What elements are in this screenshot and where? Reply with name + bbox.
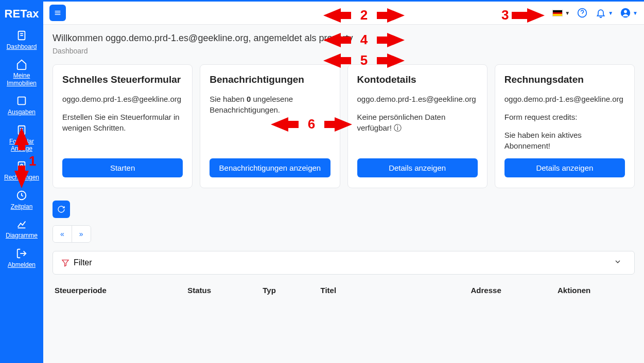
filter-icon	[61, 259, 69, 267]
nav-expenses[interactable]: Ausgaben	[0, 91, 43, 120]
user-menu[interactable]: ▼	[619, 7, 638, 19]
clock-icon	[16, 190, 27, 201]
topbar: ▼ ▼ ▼	[43, 0, 644, 25]
card-text: Sie haben 0 ungelesene Benachrichtigunge…	[210, 94, 330, 115]
col-type: Typ	[263, 286, 320, 295]
invoice-icon	[16, 160, 27, 172]
caret-down-icon: ▼	[565, 10, 570, 16]
nav-label: Rechnungen	[4, 174, 39, 181]
card-text: oggo.demo.prd-1.es@geekline.org	[504, 94, 625, 104]
filter-label: Filter	[74, 258, 92, 267]
annotation-number-1: 1	[29, 153, 36, 169]
card-title: Schnelles Steuerformular	[62, 74, 183, 85]
pager-next-button[interactable]: »	[72, 226, 91, 242]
pager-prev-button[interactable]: «	[53, 226, 72, 242]
nav-logout[interactable]: Abmelden	[0, 244, 43, 273]
filter-toggle[interactable]: Filter	[53, 251, 635, 275]
caret-down-icon: ▼	[608, 10, 613, 16]
card-title: Benachrichtigungen	[210, 74, 330, 85]
content: Willkommen oggo.demo.prd-1.es@geekline.o…	[43, 25, 644, 307]
svg-marker-20	[62, 260, 68, 266]
table-header-row: Steuerperiode Status Typ Titel Adresse A…	[53, 282, 635, 299]
refresh-icon	[57, 205, 65, 213]
welcome-text: Willkommen oggo.demo.prd-1.es@geekline.o…	[53, 33, 635, 44]
form-icon	[16, 124, 27, 136]
nav-label: Ausgaben	[8, 108, 36, 116]
chart-icon	[16, 219, 27, 230]
svg-rect-3	[18, 97, 26, 105]
show-details-button[interactable]: Details anzeigen	[357, 158, 478, 177]
card-text: Keine persönlichen Daten verfügbar! ⓘ	[357, 112, 478, 133]
svg-point-19	[624, 10, 627, 13]
main-area: ▼ ▼ ▼ Willkommen oggo.demo.prd-1.es@geek…	[43, 0, 644, 363]
help-button[interactable]	[576, 7, 588, 19]
show-notifications-button[interactable]: Benachrichtigungen anzeigen	[210, 158, 330, 177]
card-text: Erstellen Sie ein Steuerformular in weni…	[62, 112, 183, 133]
nav-schedule[interactable]: Zeitplan	[0, 186, 43, 214]
brand-logo: RETax	[5, 7, 39, 21]
logout-icon	[16, 248, 27, 259]
col-title: Titel	[321, 286, 471, 295]
chevron-down-icon	[614, 258, 622, 266]
card-text: oggo.demo.prd-1.es@geekline.org	[357, 94, 478, 104]
nav-label: Formular Anträge	[1, 138, 42, 153]
hamburger-icon	[54, 9, 62, 17]
breadcrumb: Dashboard	[53, 47, 635, 55]
card-billing-data: Rechnungsdaten oggo.demo.prd-1.es@geekli…	[495, 64, 635, 188]
col-status: Status	[187, 286, 263, 295]
card-text: Form request credits:	[504, 112, 625, 122]
card-account-details: Kontodetails oggo.demo.prd-1.es@geekline…	[347, 64, 488, 188]
card-quick-tax-form: Schnelles Steuerformular oggo.demo.prd-1…	[53, 64, 193, 188]
caret-down-icon: ▼	[633, 10, 638, 16]
dashboard-icon	[16, 30, 27, 41]
nav-label: Zeitplan	[11, 203, 33, 210]
nav-form-requests[interactable]: Formular Anträge	[0, 120, 43, 157]
sidebar: RETax Dashboard Meine Immobilien Ausgabe…	[0, 0, 43, 363]
nav-invoices[interactable]: Rechnungen	[0, 156, 43, 185]
show-billing-button[interactable]: Details anzeigen	[504, 158, 625, 177]
start-button[interactable]: Starten	[62, 158, 183, 177]
card-text: Sie haben kein aktives Abonnement!	[504, 130, 625, 151]
user-avatar-icon	[620, 8, 631, 18]
nav-charts[interactable]: Diagramme	[0, 214, 43, 243]
flag-germany-icon	[552, 10, 563, 16]
nav-dashboard[interactable]: Dashboard	[0, 26, 43, 55]
nav-properties[interactable]: Meine Immobilien	[0, 55, 43, 91]
nav-label: Diagramme	[6, 232, 38, 239]
nav-label: Abmelden	[8, 261, 36, 268]
nav-label: Meine Immobilien	[1, 72, 42, 87]
pagination: « »	[53, 225, 91, 243]
refresh-button[interactable]	[53, 201, 70, 218]
dashboard-cards: Schnelles Steuerformular oggo.demo.prd-1…	[53, 64, 635, 188]
bell-icon	[596, 8, 606, 18]
language-selector[interactable]: ▼	[552, 10, 570, 16]
expenses-icon	[16, 95, 27, 106]
card-notifications: Benachrichtigungen Sie haben 0 ungelesen…	[200, 64, 340, 188]
card-text: oggo.demo.prd-1.es@geekline.org	[62, 94, 183, 104]
nav-label: Dashboard	[7, 43, 37, 50]
card-title: Rechnungsdaten	[504, 74, 625, 85]
text: Sie haben	[210, 95, 247, 103]
card-title: Kontodetails	[357, 74, 478, 85]
col-tax-period: Steuerperiode	[55, 286, 187, 295]
notifications-dropdown[interactable]: ▼	[595, 7, 613, 19]
svg-point-8	[21, 165, 23, 167]
col-actions: Aktionen	[558, 286, 633, 295]
col-address: Adresse	[471, 286, 558, 295]
help-icon	[577, 8, 587, 18]
home-icon	[16, 59, 27, 70]
sidebar-toggle-button[interactable]	[49, 5, 66, 21]
